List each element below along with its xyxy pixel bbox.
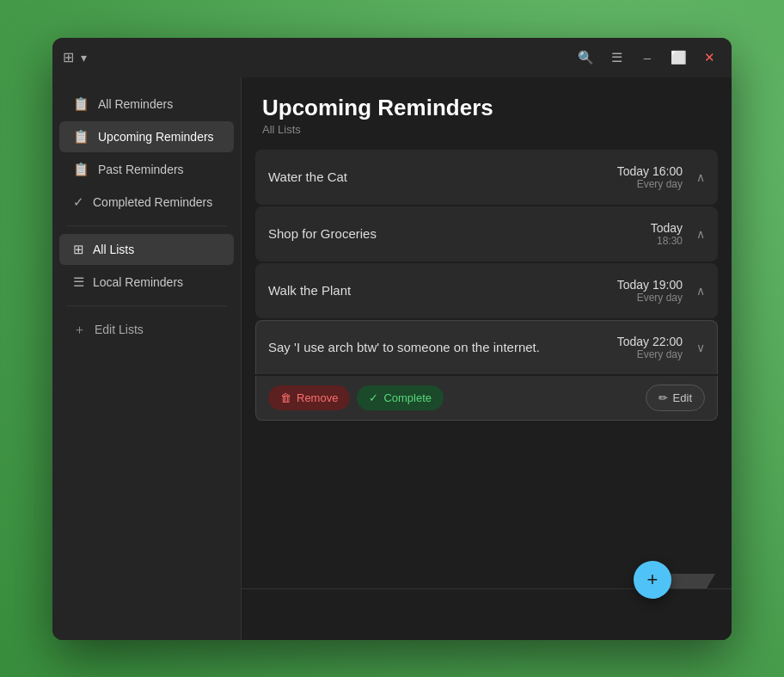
reminder-title: Say 'I use arch btw' to someone on the i… (268, 340, 617, 354)
fab-add-button[interactable]: + (634, 561, 671, 599)
edit-button[interactable]: ✏ Edit (646, 385, 705, 411)
clipboard-icon: 📋 (73, 96, 89, 112)
sidebar-item-all-lists[interactable]: ⊞ All Lists (59, 234, 234, 265)
edit-label: Edit (673, 391, 692, 404)
page-subtitle: All Lists (262, 123, 711, 136)
filter-icon[interactable]: ⊞ (63, 49, 74, 65)
reminder-time: Today 16:00 Every day (617, 164, 683, 190)
reminders-list: Water the Cat Today 16:00 Every day ∧ Sh… (242, 150, 732, 588)
reminder-time-main: Today (651, 221, 683, 235)
app-window: ⊞ ▾ 🔍 ☰ – ⬜ ✕ 📋 All Reminders 📋 Upcoming… (52, 38, 732, 640)
reminder-time-section: Today 22:00 Every day ∨ (617, 335, 705, 360)
sidebar-item-label: All Lists (93, 243, 134, 256)
reminder-item-water-cat[interactable]: Water the Cat Today 16:00 Every day ∧ (255, 150, 718, 205)
reminder-item-say-arch[interactable]: Say 'I use arch btw' to someone on the i… (255, 320, 718, 374)
reminder-time-section: Today 18:30 ∧ (651, 221, 705, 247)
maximize-button[interactable]: ⬜ (666, 46, 690, 70)
sidebar-item-label: Upcoming Reminders (98, 130, 214, 144)
reminder-time-recur: Every day (617, 178, 683, 190)
menu-button[interactable]: ☰ (604, 46, 628, 70)
chevron-up-icon: ∧ (696, 170, 705, 184)
reminder-title: Water the Cat (268, 169, 617, 184)
close-button[interactable]: ✕ (697, 46, 721, 70)
chevron-up-icon: ∧ (696, 284, 705, 298)
grid-icon: ⊞ (73, 242, 84, 257)
reminder-time-recur: 18:30 (651, 235, 683, 247)
sidebar-divider (66, 225, 227, 226)
reminder-time-main: Today 22:00 (617, 335, 683, 348)
main-layout: 📋 All Reminders 📋 Upcoming Reminders 📋 P… (52, 77, 732, 640)
complete-label: Complete (383, 391, 432, 404)
sidebar-item-label: Completed Reminders (93, 195, 212, 209)
sidebar-divider-2 (66, 305, 227, 306)
sidebar-item-local-reminders[interactable]: ☰ Local Reminders (59, 267, 234, 298)
reminder-time-main: Today 19:00 (617, 278, 683, 292)
titlebar-right: 🔍 ☰ – ⬜ ✕ (573, 46, 721, 70)
chevron-up-icon: ∧ (696, 227, 705, 241)
action-bar-left: 🗑 Remove ✓ Complete (268, 385, 444, 410)
sidebar-item-upcoming-reminders[interactable]: 📋 Upcoming Reminders (59, 121, 234, 152)
titlebar-left: ⊞ ▾ (63, 49, 87, 65)
sidebar-item-label: All Reminders (98, 97, 173, 111)
reminder-time-recur: Every day (617, 348, 683, 360)
plus-icon: ＋ (73, 322, 86, 338)
reminder-time-main: Today 16:00 (617, 164, 683, 178)
sidebar-item-all-reminders[interactable]: 📋 All Reminders (59, 89, 234, 120)
list-icon: ☰ (73, 274, 84, 290)
checkmark-icon: ✓ (73, 194, 84, 210)
trash-icon: 🗑 (280, 391, 291, 404)
remove-label: Remove (297, 391, 338, 404)
content-footer: + (242, 588, 732, 640)
reminder-time-section: Today 16:00 Every day ∧ (617, 164, 705, 190)
content-area: Upcoming Reminders All Lists Water the C… (242, 77, 732, 640)
sidebar-item-label: Past Reminders (98, 163, 184, 176)
sidebar-item-past-reminders[interactable]: 📋 Past Reminders (59, 154, 234, 185)
sidebar: 📋 All Reminders 📋 Upcoming Reminders 📋 P… (52, 77, 242, 640)
minimize-button[interactable]: – (635, 46, 659, 70)
reminder-item-walk-plant[interactable]: Walk the Plant Today 19:00 Every day ∧ (255, 263, 718, 318)
reminder-time-section: Today 19:00 Every day ∧ (617, 278, 705, 304)
chevron-down-icon: ∨ (696, 341, 705, 354)
titlebar: ⊞ ▾ 🔍 ☰ – ⬜ ✕ (52, 38, 732, 77)
reminder-time: Today 22:00 Every day (617, 335, 683, 360)
clipboard-icon: 📋 (73, 162, 89, 177)
action-bar: 🗑 Remove ✓ Complete ✏ Edit (255, 376, 718, 421)
reminder-time-recur: Every day (617, 292, 683, 304)
sidebar-item-edit-lists[interactable]: ＋ Edit Lists (59, 314, 234, 346)
reminder-title: Shop for Groceries (268, 226, 651, 241)
reminder-title: Walk the Plant (268, 283, 617, 298)
reminder-time: Today 19:00 Every day (617, 278, 683, 304)
remove-button[interactable]: 🗑 Remove (268, 385, 350, 410)
complete-button[interactable]: ✓ Complete (357, 385, 444, 410)
reminder-time: Today 18:30 (651, 221, 683, 247)
sidebar-item-label: Edit Lists (95, 323, 144, 336)
sidebar-item-label: Local Reminders (93, 275, 183, 289)
pencil-icon: ✏ (658, 391, 668, 404)
sidebar-item-completed-reminders[interactable]: ✓ Completed Reminders (59, 187, 234, 218)
check-icon: ✓ (369, 391, 378, 404)
clipboard-icon: 📋 (73, 129, 89, 145)
reminder-item-shop-groceries[interactable]: Shop for Groceries Today 18:30 ∧ (255, 206, 718, 262)
content-header: Upcoming Reminders All Lists (242, 77, 732, 150)
search-button[interactable]: 🔍 (573, 46, 597, 70)
chevron-down-icon[interactable]: ▾ (81, 51, 87, 65)
page-title: Upcoming Reminders (262, 95, 711, 121)
